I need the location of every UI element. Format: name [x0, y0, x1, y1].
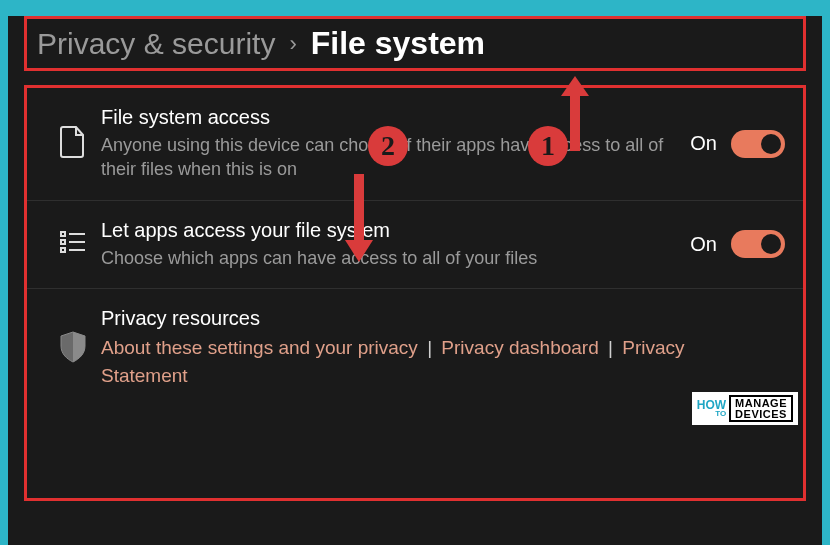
- svg-rect-1: [61, 240, 65, 244]
- watermark-line2: DEVICES: [735, 409, 787, 419]
- svg-rect-0: [61, 232, 65, 236]
- chevron-right-icon: ›: [289, 31, 296, 57]
- link-about-settings[interactable]: About these settings and your privacy: [101, 337, 418, 358]
- toggle-state-label: On: [690, 132, 717, 155]
- setting-title: Privacy resources: [101, 307, 775, 330]
- toggle-knob: [761, 134, 781, 154]
- file-system-access-toggle[interactable]: [731, 130, 785, 158]
- svg-rect-2: [61, 248, 65, 252]
- settings-panel: File system access Anyone using this dev…: [24, 85, 806, 501]
- setting-description: Choose which apps can have access to all…: [101, 246, 680, 270]
- annotation-badge-2: 2: [368, 126, 408, 166]
- setting-file-system-access[interactable]: File system access Anyone using this dev…: [27, 88, 803, 201]
- watermark: HOW TO MANAGE DEVICES: [692, 392, 798, 425]
- link-privacy-dashboard[interactable]: Privacy dashboard: [441, 337, 598, 358]
- annotation-badge-1: 1: [528, 126, 568, 166]
- annotation-arrow-down: [344, 174, 374, 268]
- file-icon: [60, 126, 86, 162]
- setting-apps-access[interactable]: Let apps access your file system Choose …: [27, 201, 803, 289]
- privacy-links: About these settings and your privacy | …: [101, 334, 775, 391]
- shield-icon: [58, 330, 88, 368]
- toggle-state-label: On: [690, 233, 717, 256]
- list-icon: [59, 228, 87, 260]
- svg-marker-7: [561, 76, 589, 96]
- setting-privacy-resources: Privacy resources About these settings a…: [27, 289, 803, 409]
- watermark-line1: MANAGE: [735, 398, 787, 408]
- svg-marker-9: [345, 240, 373, 262]
- toggle-knob: [761, 234, 781, 254]
- breadcrumb-parent[interactable]: Privacy & security: [37, 27, 275, 61]
- breadcrumb: Privacy & security › File system: [24, 16, 806, 71]
- apps-access-toggle[interactable]: [731, 230, 785, 258]
- breadcrumb-current: File system: [311, 25, 485, 62]
- separator: |: [608, 337, 613, 358]
- separator: |: [427, 337, 432, 358]
- setting-title: Let apps access your file system: [101, 219, 680, 242]
